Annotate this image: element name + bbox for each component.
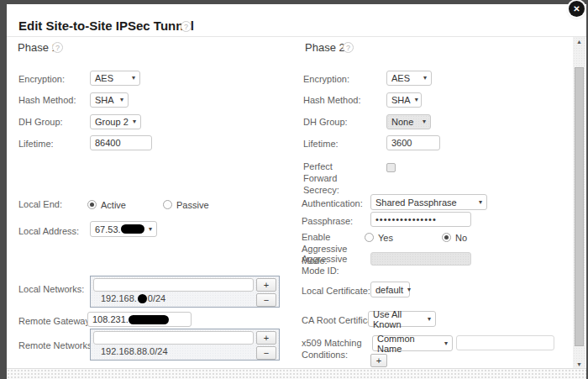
phase1-hash-select[interactable]: SHA ▾: [90, 92, 129, 108]
local-networks-add-button[interactable]: +: [256, 278, 276, 292]
phase2-hash-select[interactable]: SHA ▾: [386, 92, 422, 108]
local-end-passive-radio[interactable]: [163, 200, 172, 209]
redacted-value: [129, 315, 169, 324]
ca-root-certificate-select[interactable]: Use All Known ▾: [368, 311, 436, 327]
phase1-lifetime-input[interactable]: [90, 135, 152, 150]
aggressive-mode-no-label: No: [455, 233, 467, 245]
local-end-active-label: Active: [101, 200, 126, 212]
aggressive-mode-yes-radio[interactable]: [365, 233, 374, 242]
encryption-label: Encryption:: [303, 74, 349, 86]
local-networks-remove-button[interactable]: −: [256, 293, 276, 307]
remote-networks-item[interactable]: 192.168.88.0/24: [101, 346, 168, 356]
x509-matching-label: x509 Matching Conditions:: [302, 338, 374, 361]
local-end-active-radio[interactable]: [87, 200, 97, 209]
chevron-down-icon: ▾: [479, 199, 482, 206]
chevron-down-icon: ▾: [407, 287, 411, 293]
pfs-checkbox[interactable]: [386, 163, 396, 172]
local-end-label: Local End:: [18, 199, 62, 211]
chevron-down-icon: ▾: [423, 118, 426, 125]
local-certificate-label: Local Certificate:: [302, 286, 370, 297]
passphrase-label: Passphrase:: [302, 216, 353, 228]
chevron-down-icon: ▾: [149, 226, 152, 233]
close-icon[interactable]: ✕: [569, 1, 585, 17]
phase2-dh-value: None: [391, 117, 413, 127]
remote-networks-remove-button[interactable]: −: [256, 346, 276, 360]
local-networks-item[interactable]: 192.168.0/24: [101, 293, 165, 303]
encryption-label: Encryption:: [18, 74, 65, 86]
chevron-down-icon: ▾: [444, 340, 448, 347]
phase1-dh-value: Group 2: [95, 117, 129, 127]
dh-group-label: DH Group:: [303, 117, 348, 129]
local-certificate-value: default: [375, 285, 403, 295]
scroll-up-icon[interactable]: ▲: [573, 38, 585, 46]
local-end-passive-label: Passive: [176, 200, 209, 212]
aggressive-id-label: Aggressive Mode ID:: [302, 254, 372, 277]
phase2-help-icon[interactable]: ?: [343, 42, 354, 53]
x509-matching-value: Common Name: [377, 334, 440, 354]
phase2-heading: Phase 2: [305, 41, 345, 54]
lifetime-label: Lifetime:: [18, 139, 54, 150]
phase1-help-icon[interactable]: ?: [52, 42, 63, 53]
remote-networks-label: Remote Networks:: [18, 340, 94, 352]
phase2-lifetime-input[interactable]: [386, 135, 440, 150]
lifetime-label: Lifetime:: [303, 139, 339, 150]
dialog-title: Edit Site-to-Site IPSec Tunnel: [18, 18, 194, 33]
aggressive-id-input: [370, 252, 471, 266]
dh-group-label: DH Group:: [18, 117, 63, 129]
page-background: Edit Site-to-Site IPSec Tunnel ? Phase 1…: [0, 0, 588, 379]
remote-networks-add-button[interactable]: +: [256, 331, 276, 345]
chevron-down-icon: ▾: [415, 97, 418, 103]
authentication-select[interactable]: Shared Passphrase ▾: [370, 194, 487, 210]
phase2-encryption-select[interactable]: AES ▾: [386, 71, 432, 86]
phase2-dh-select[interactable]: None ▾: [386, 114, 431, 129]
dialog-footer: [7, 369, 586, 379]
chevron-down-icon: ▾: [423, 75, 427, 82]
phase1-dh-select[interactable]: Group 2 ▾: [90, 114, 141, 129]
title-help-icon[interactable]: ?: [181, 21, 192, 32]
chevron-down-icon: ▾: [120, 97, 123, 103]
remote-gateway-label: Remote Gateway:: [18, 316, 92, 328]
redacted-value: [138, 294, 147, 303]
chevron-down-icon: ▾: [132, 75, 135, 82]
ca-root-certificate-value: Use All Known: [373, 309, 423, 329]
local-certificate-select[interactable]: default ▾: [370, 282, 410, 297]
x509-add-button[interactable]: +: [370, 354, 387, 367]
aggressive-mode-no-radio[interactable]: [442, 233, 451, 242]
authentication-label: Authentication:: [302, 198, 363, 210]
pfs-label: Perfect Forward Secrecy:: [303, 161, 369, 196]
hash-method-label: Hash Method:: [303, 95, 360, 107]
passphrase-input[interactable]: [370, 212, 471, 227]
header-divider: [7, 36, 586, 37]
x509-matching-input[interactable]: [456, 335, 554, 350]
authentication-value: Shared Passphrase: [375, 197, 457, 208]
phase1-encryption-select[interactable]: AES ▾: [90, 71, 140, 86]
local-networks-item-prefix: 192.168.: [101, 293, 137, 303]
phase2-hash-value: SHA: [391, 95, 411, 105]
local-address-label: Local Address:: [18, 226, 79, 238]
local-address-value: 67.53.: [95, 224, 121, 234]
hash-method-label: Hash Method:: [18, 95, 76, 107]
chevron-down-icon: ▾: [428, 316, 431, 323]
redacted-value: [121, 224, 144, 234]
phase2-encryption-value: AES: [391, 73, 410, 83]
local-networks-item-suffix: 0/24: [148, 293, 165, 303]
aggressive-mode-yes-label: Yes: [378, 233, 393, 245]
local-networks-input[interactable]: [93, 278, 254, 292]
scrollbar-thumb[interactable]: [575, 67, 584, 346]
local-networks-label: Local Networks:: [18, 284, 84, 296]
phase1-hash-value: SHA: [95, 95, 114, 105]
phase1-encryption-value: AES: [95, 73, 113, 83]
chevron-down-icon: ▾: [133, 118, 136, 125]
local-address-select[interactable]: 67.53. ▾: [90, 221, 157, 237]
x509-matching-select[interactable]: Common Name ▾: [372, 335, 453, 351]
remote-networks-input[interactable]: [93, 331, 254, 345]
